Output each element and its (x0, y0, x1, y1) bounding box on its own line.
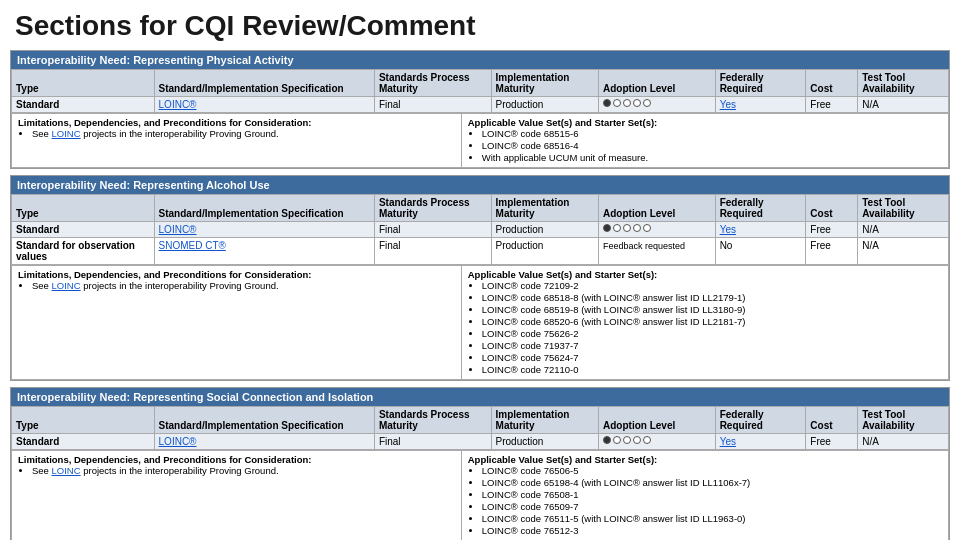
col-header-2: Standards Process Maturity (374, 70, 491, 97)
applicable-values-right: Applicable Value Set(s) and Starter Set(… (461, 451, 948, 541)
section-header-alcohol-use: Interoperability Need: Representing Alco… (11, 176, 949, 194)
limitations-table-physical-activity: Limitations, Dependencies, and Precondit… (11, 113, 949, 168)
list-item: LOINC® code 75624-7 (482, 352, 942, 363)
limitations-row: Limitations, Dependencies, and Precondit… (12, 114, 949, 168)
col-header-0: Type (12, 70, 155, 97)
cell-adoption: Feedback requested (599, 238, 716, 265)
content-area: Interoperability Need: Representing Phys… (0, 50, 960, 540)
col-header-4: Adoption Level (599, 70, 716, 97)
cell-spm: Final (374, 238, 491, 265)
list-item: LOINC® code 68518-8 (with LOINC® answer … (482, 292, 942, 303)
table-row: Standard for observation valuesSNOMED CT… (12, 238, 949, 265)
cell-spm: Final (374, 97, 491, 113)
cell-im: Production (491, 238, 598, 265)
cell-spm: Final (374, 222, 491, 238)
cell-type: Standard (12, 222, 155, 238)
list-item: See LOINC projects in the interoperabili… (32, 280, 455, 291)
cell-adoption (599, 97, 716, 113)
list-item: LOINC® code 75626-2 (482, 328, 942, 339)
cell-type: Standard (12, 434, 155, 450)
table-social-connection: TypeStandard/Implementation Specificatio… (11, 406, 949, 450)
col-header-1: Standard/Implementation Specification (154, 407, 374, 434)
section-physical-activity: Interoperability Need: Representing Phys… (10, 50, 950, 169)
cell-federally-required[interactable]: Yes (715, 97, 806, 113)
table-row: StandardLOINC®FinalProductionYesFreeN/A (12, 97, 949, 113)
cell-federally-required[interactable]: Yes (715, 434, 806, 450)
col-header-6: Cost (806, 70, 858, 97)
list-item: LOINC® code 72110-0 (482, 364, 942, 375)
col-header-0: Type (12, 407, 155, 434)
col-header-2: Standards Process Maturity (374, 407, 491, 434)
col-header-5: Federally Required (715, 407, 806, 434)
col-header-6: Cost (806, 195, 858, 222)
cell-tta: N/A (858, 434, 949, 450)
cell-tta: N/A (858, 238, 949, 265)
col-header-5: Federally Required (715, 195, 806, 222)
limitations-left: Limitations, Dependencies, and Precondit… (12, 114, 462, 168)
cell-adoption (599, 222, 716, 238)
cell-spec[interactable]: SNOMED CT® (154, 238, 374, 265)
limitations-table-social-connection: Limitations, Dependencies, and Precondit… (11, 450, 949, 540)
table-row: StandardLOINC®FinalProductionYesFreeN/A (12, 434, 949, 450)
cell-federally-required[interactable]: Yes (715, 222, 806, 238)
col-header-0: Type (12, 195, 155, 222)
list-item: LOINC® code 76511-5 (with LOINC® answer … (482, 513, 942, 524)
cell-spec[interactable]: LOINC® (154, 222, 374, 238)
cell-im: Production (491, 222, 598, 238)
col-header-4: Adoption Level (599, 407, 716, 434)
limitations-row: Limitations, Dependencies, and Precondit… (12, 451, 949, 541)
cell-adoption (599, 434, 716, 450)
cell-tta: N/A (858, 222, 949, 238)
col-header-5: Federally Required (715, 70, 806, 97)
section-header-social-connection: Interoperability Need: Representing Soci… (11, 388, 949, 406)
col-header-2: Standards Process Maturity (374, 195, 491, 222)
cell-spm: Final (374, 434, 491, 450)
list-item: LOINC® code 76509-7 (482, 501, 942, 512)
page-title: Sections for CQI Review/Comment (0, 0, 960, 50)
col-header-3: Implementation Maturity (491, 195, 598, 222)
applicable-values-right: Applicable Value Set(s) and Starter Set(… (461, 266, 948, 380)
col-header-3: Implementation Maturity (491, 407, 598, 434)
cell-cost: Free (806, 434, 858, 450)
col-header-1: Standard/Implementation Specification (154, 70, 374, 97)
cell-type: Standard for observation values (12, 238, 155, 265)
cell-im: Production (491, 434, 598, 450)
limitations-left: Limitations, Dependencies, and Precondit… (12, 451, 462, 541)
col-header-3: Implementation Maturity (491, 70, 598, 97)
list-item: LOINC® code 71937-7 (482, 340, 942, 351)
cell-type: Standard (12, 97, 155, 113)
cell-cost: Free (806, 97, 858, 113)
list-item: LOINC® code 65198-4 (with LOINC® answer … (482, 477, 942, 488)
col-header-4: Adoption Level (599, 195, 716, 222)
cell-federally-required[interactable]: No (715, 238, 806, 265)
cell-cost: Free (806, 238, 858, 265)
list-item: See LOINC projects in the interoperabili… (32, 128, 455, 139)
col-header-7: Test Tool Availability (858, 407, 949, 434)
list-item: LOINC® code 68515-6 (482, 128, 942, 139)
cell-tta: N/A (858, 97, 949, 113)
list-item: With applicable UCUM unit of measure. (482, 152, 942, 163)
col-header-1: Standard/Implementation Specification (154, 195, 374, 222)
col-header-7: Test Tool Availability (858, 70, 949, 97)
section-header-physical-activity: Interoperability Need: Representing Phys… (11, 51, 949, 69)
table-physical-activity: TypeStandard/Implementation Specificatio… (11, 69, 949, 113)
cell-cost: Free (806, 222, 858, 238)
list-item: See LOINC projects in the interoperabili… (32, 465, 455, 476)
cell-spec[interactable]: LOINC® (154, 434, 374, 450)
list-item: LOINC® code 68516-4 (482, 140, 942, 151)
cell-spec[interactable]: LOINC® (154, 97, 374, 113)
limitations-left: Limitations, Dependencies, and Precondit… (12, 266, 462, 380)
list-item: LOINC® code 76506-5 (482, 465, 942, 476)
table-alcohol-use: TypeStandard/Implementation Specificatio… (11, 194, 949, 265)
list-item: LOINC® code 72109-2 (482, 280, 942, 291)
table-row: StandardLOINC®FinalProductionYesFreeN/A (12, 222, 949, 238)
limitations-row: Limitations, Dependencies, and Precondit… (12, 266, 949, 380)
list-item: LOINC® code 68519-8 (with LOINC® answer … (482, 304, 942, 315)
col-header-7: Test Tool Availability (858, 195, 949, 222)
section-social-connection: Interoperability Need: Representing Soci… (10, 387, 950, 540)
cell-im: Production (491, 97, 598, 113)
list-item: LOINC® code 76512-3 (482, 525, 942, 536)
section-alcohol-use: Interoperability Need: Representing Alco… (10, 175, 950, 381)
col-header-6: Cost (806, 407, 858, 434)
limitations-table-alcohol-use: Limitations, Dependencies, and Precondit… (11, 265, 949, 380)
